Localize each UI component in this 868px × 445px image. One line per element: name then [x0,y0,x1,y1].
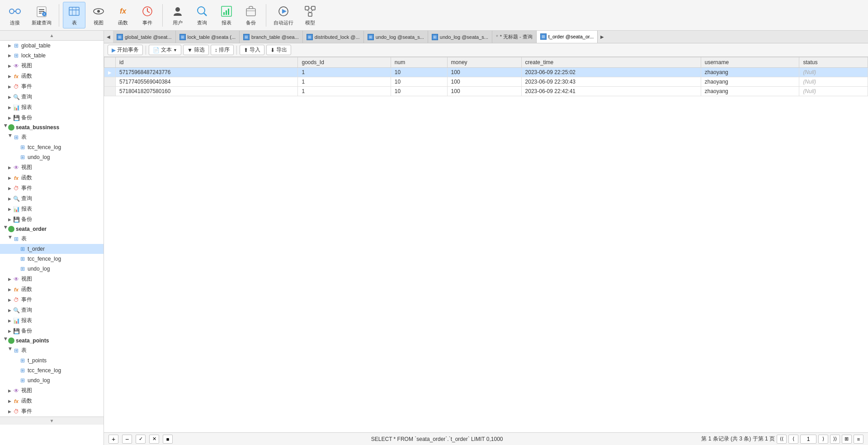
col-header-num[interactable]: num [391,57,447,68]
start-transaction-btn[interactable]: ▶ 开始事务 [108,45,143,55]
sidebar-item-event1[interactable]: ▶ ⏱ 事件 [0,81,104,92]
prev-page-btn[interactable]: ⟨ [788,435,798,444]
cell-num[interactable]: 10 [391,77,447,87]
remove-row-btn[interactable]: − [122,435,132,444]
col-header-goods_Id[interactable]: goods_Id [298,57,391,68]
tab-branch_table[interactable]: ⊞ branch_table @sea... [240,31,303,43]
sidebar-item-table_group_ord[interactable]: ▶ ⊞ 表 [0,234,104,244]
col-header-status[interactable]: status [799,57,868,68]
grid-view-btn[interactable]: ⊞ [842,435,852,444]
sidebar-item-tcc_fence_log_ord[interactable]: ▶ ⊞ tcc_fence_log [0,254,104,264]
sidebar-item-view_ord[interactable]: ▶ 👁 视图 [0,274,104,284]
sidebar-item-event_pts[interactable]: ▶ ⏱ 事件 [0,406,104,417]
sidebar-item-undo_log_pts[interactable]: ▶ ⊞ undo_log [0,375,104,385]
sidebar-item-func_pts[interactable]: ▶ fx 函数 [0,396,104,406]
stop-btn[interactable]: ■ [163,435,173,444]
sidebar-item-undo_log_ord[interactable]: ▶ ⊞ undo_log [0,264,104,274]
tab-undo_log2[interactable]: ⊞ undo_log @seata_s... [428,31,492,43]
cell-goods_Id[interactable]: 1 [298,87,391,96]
sidebar-item-query1[interactable]: ▶ 🔍 查询 [0,92,104,102]
tab-scroll-right[interactable]: ▶ [598,31,607,43]
sidebar-item-backup_bus[interactable]: ▶ 💾 备份 [0,214,104,225]
toolbar-user-btn[interactable]: 用户 [166,2,189,28]
toolbar-connect-btn[interactable]: 连接 [4,2,26,28]
cell-status[interactable]: (Null) [799,77,868,87]
cell-id[interactable]: 57177405569040384 [116,77,298,87]
tab-no_title[interactable]: * * 无标题 - 查询 [492,31,537,43]
add-row-btn[interactable]: + [108,435,118,444]
toolbar-report-btn[interactable]: 报表 [215,2,238,28]
cell-username[interactable]: zhaoyang [701,77,799,87]
toolbar-backup-btn[interactable]: 备份 [240,2,262,28]
tab-global_table[interactable]: ⊞ global_table @seat... [113,31,176,43]
cell-create_time[interactable]: 2023-06-09 22:30:43 [521,77,701,87]
col-header-id[interactable]: id [116,57,298,68]
cell-num[interactable]: 10 [391,87,447,96]
cell-id[interactable]: 57175968487243776 [116,68,298,77]
toolbar-view-btn[interactable]: 视图 [87,2,110,28]
toolbar-function-btn[interactable]: fx 函数 [112,2,134,28]
cell-status[interactable]: (Null) [799,68,868,77]
table-row[interactable]: 571804182075801601101002023-06-09 22:42:… [104,87,868,96]
toolbar-event-btn[interactable]: 事件 [136,2,159,28]
cell-money[interactable]: 100 [447,77,521,87]
sidebar-item-report_ord[interactable]: ▶ 📊 报表 [0,315,104,326]
toolbar-newquery-btn[interactable]: 新建查询 [28,2,55,28]
sidebar-item-seata_bussiness[interactable]: ▶ seata_bussiness [0,123,104,132]
sidebar-item-event_ord[interactable]: ▶ ⏱ 事件 [0,295,104,305]
sidebar-item-query_bus[interactable]: ▶ 🔍 查询 [0,193,104,204]
confirm-edit-btn[interactable]: ✓ [136,435,146,444]
sidebar-item-func1[interactable]: ▶ fx 函数 [0,71,104,81]
cell-money[interactable]: 100 [447,68,521,77]
sidebar-item-event_bus[interactable]: ▶ ⏱ 事件 [0,183,104,193]
sidebar-item-view_pts[interactable]: ▶ 👁 视图 [0,385,104,396]
sidebar-scroll-down[interactable]: ▼ [0,417,104,425]
sidebar-item-table_group_bus[interactable]: ▶ ⊞ 表 [0,132,104,142]
tab-distributed_lock[interactable]: ⊞ distributed_lock @... [303,31,364,43]
col-header-money[interactable]: money [447,57,521,68]
sidebar-item-seata_points[interactable]: ▶ seata_points [0,336,104,345]
toolbar-query-btn[interactable]: 查询 [191,2,213,28]
sort-btn[interactable]: ↕ 排序 [211,45,234,55]
sidebar-item-report1[interactable]: ▶ 📊 报表 [0,102,104,112]
sidebar-item-backup_ord[interactable]: ▶ 💾 备份 [0,326,104,336]
table-row[interactable]: 571774055690403841101002023-06-09 22:30:… [104,77,868,87]
sidebar-item-table_group_pts[interactable]: ▶ ⊞ 表 [0,345,104,356]
sidebar-item-global_table[interactable]: ▶ ⊞ global_table [0,41,104,51]
cell-id[interactable]: 57180418207580160 [116,87,298,96]
tab-lock_table[interactable]: ⊞ lock_table @seata (... [176,31,240,43]
sidebar-item-seata_order[interactable]: ▶ seata_order [0,225,104,234]
cancel-edit-btn[interactable]: ✕ [149,435,159,444]
sidebar-item-backup1[interactable]: ▶ 💾 备份 [0,112,104,123]
sidebar-scroll-up[interactable]: ▲ [0,31,104,41]
sidebar-item-view1[interactable]: ▶ 👁 视图 [0,61,104,71]
sidebar-item-func_bus[interactable]: ▶ fx 函数 [0,173,104,183]
sidebar-item-tcc_fence_log[interactable]: ▶ ⊞ tcc_fence_log [0,142,104,152]
sidebar-item-lock_table[interactable]: ▶ ⊞ lock_table [0,51,104,61]
sidebar-item-view_bus[interactable]: ▶ 👁 视图 [0,162,104,173]
cell-goods_Id[interactable]: 1 [298,77,391,87]
col-header-username[interactable]: username [701,57,799,68]
sidebar-item-undo_log_bus[interactable]: ▶ ⊞ undo_log [0,152,104,162]
sidebar-item-func_ord[interactable]: ▶ fx 函数 [0,284,104,295]
import-btn[interactable]: ⬆ 导入 [240,45,264,55]
cell-create_time[interactable]: 2023-06-09 22:25:02 [521,68,701,77]
cell-num[interactable]: 10 [391,68,447,77]
list-view-btn[interactable]: ≡ [854,435,863,444]
cell-create_time[interactable]: 2023-06-09 22:42:41 [521,87,701,96]
page-number-input[interactable] [800,435,816,444]
cell-username[interactable]: zhaoyang [701,87,799,96]
toolbar-autorun-btn[interactable]: 自动运行 [270,2,297,28]
toolbar-model-btn[interactable]: 模型 [299,2,321,28]
filter-btn[interactable]: ▼ 筛选 [183,45,209,55]
cell-money[interactable]: 100 [447,87,521,96]
next-page-btn[interactable]: ⟩ [818,435,828,444]
tab-undo_log[interactable]: ⊞ undo_log @seata_s... [364,31,428,43]
tab-scroll-left[interactable]: ◀ [104,31,113,43]
tab-t_order[interactable]: ⊞ t_order @seata_or... [537,31,598,43]
cell-goods_Id[interactable]: 1 [298,68,391,77]
last-page-btn[interactable]: ⟩⟩ [830,435,840,444]
sidebar-item-report_bus[interactable]: ▶ 📊 报表 [0,204,104,214]
export-btn[interactable]: ⬇ 导出 [266,45,291,55]
table-row[interactable]: ▶571759684872437761101002023-06-09 22:25… [104,68,868,77]
